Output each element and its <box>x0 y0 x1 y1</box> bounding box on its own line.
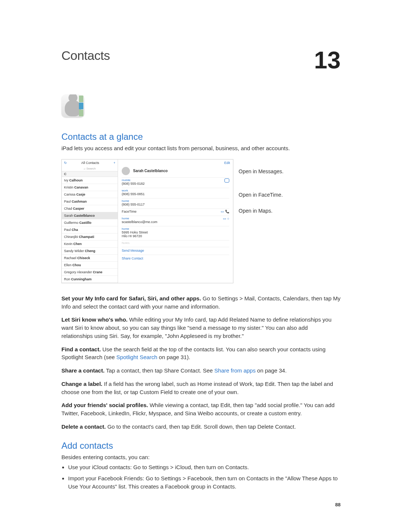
chapter-header: Contacts 13 <box>61 48 341 72</box>
para-social: Add your friends' social profiles. While… <box>61 401 341 417</box>
para-myinfo: Set your My Info card for Safari, Siri, … <box>61 294 341 311</box>
phone-field: home(808) 555-0117 <box>122 198 229 206</box>
contact-detail-name: Sarah Castelblanco <box>133 169 168 173</box>
section-intro-add: Besides entering contacts, you can: <box>61 453 341 461</box>
chapter-title: Contacts <box>61 48 110 63</box>
add-icon: + <box>114 161 115 165</box>
para-share: Share a contact. Tap a contact, then tap… <box>61 367 341 375</box>
address-line2: Hilo HI 96720 <box>122 234 229 238</box>
avatar <box>122 167 130 175</box>
add-contacts-list: Use your iCloud contacts: Go to Settings… <box>61 463 341 490</box>
contacts-app-icon <box>61 94 84 117</box>
email-action-icons: ▭ ○ <box>223 217 229 220</box>
contact-row: Kristin Canavan <box>62 184 118 191</box>
contact-row: Rachael Chiseck <box>62 255 118 262</box>
contact-row: Kevin Chen <box>62 241 118 248</box>
section-letter: C <box>62 171 118 177</box>
contact-row: Ron Cunningham <box>62 276 118 283</box>
chapter-number: 13 <box>314 48 341 72</box>
contact-row: Carissa Casje <box>62 191 118 198</box>
callout-maps: Open in Maps. <box>239 207 284 215</box>
page-number: 88 <box>61 502 341 507</box>
para-delete: Delete a contact. Go to the contact's ca… <box>61 423 341 431</box>
screenshot-with-callouts: ↻ All Contacts + ⌕ Search C Ivy CalhounK… <box>61 159 341 283</box>
section-heading-add: Add contacts <box>61 441 341 451</box>
section-heading-glance: Contacts at a glance <box>61 132 341 142</box>
list-item: Import your Facebook Friends: Go to Sett… <box>68 474 341 491</box>
contact-row: Guillermo Castillo <box>62 219 118 226</box>
contact-row: Chad Casper <box>62 205 118 212</box>
search-field: ⌕ Search <box>62 166 118 171</box>
facetime-icons: ▭ 📞 <box>221 210 229 213</box>
spotlight-search-link[interactable]: Spotlight Search <box>117 354 157 360</box>
contact-row: Paul Cashman <box>62 198 118 205</box>
contact-row: Ivy Calhoun <box>62 177 118 184</box>
list-title: All Contacts <box>81 161 99 165</box>
section-intro-glance: iPad lets you access and edit your conta… <box>61 144 341 152</box>
callout-messages: Open in Messages. <box>239 168 284 175</box>
contact-row: Sarah Castelblanco <box>62 212 118 219</box>
notes-label: Notes <box>122 241 229 245</box>
para-changelabel: Change a label. If a field has the wrong… <box>61 380 341 396</box>
contact-row: Chiranjibi Champati <box>62 233 118 241</box>
share-contact-link: Share Contact <box>122 255 229 260</box>
para-siri: Let Siri know who's who. While editing y… <box>61 316 341 340</box>
refresh-icon: ↻ <box>64 161 67 165</box>
send-message-link: Send Message <box>122 247 229 252</box>
contact-row: Sandy Wilder Cheng <box>62 248 118 255</box>
edit-link: Edit <box>224 161 230 165</box>
list-item: Use your iCloud contacts: Go to Settings… <box>68 463 341 471</box>
message-bubble-icon <box>224 178 229 183</box>
share-from-apps-link[interactable]: Share from apps <box>214 367 256 374</box>
para-find: Find a contact. Use the search field at … <box>61 345 341 362</box>
callout-facetime: Open in FaceTime. <box>239 191 284 199</box>
contact-row: Ellen Chou <box>62 262 118 269</box>
facetime-label-row: FaceTime <box>122 210 229 213</box>
email-label: home <box>122 217 229 220</box>
contact-row: Paul Cha <box>62 226 118 233</box>
phone-field: mobile(808) 555-0182 <box>122 177 229 186</box>
phone-field: work(808) 555-0851 <box>122 188 229 196</box>
contacts-screenshot: ↻ All Contacts + ⌕ Search C Ivy CalhounK… <box>61 159 233 283</box>
contact-row: Gregory Alexander Crane <box>62 269 118 276</box>
address-label: home <box>122 227 229 230</box>
address-line1: 5995 Hoku Street <box>122 230 229 234</box>
email-value: scastelblanco@me.com <box>122 220 229 224</box>
